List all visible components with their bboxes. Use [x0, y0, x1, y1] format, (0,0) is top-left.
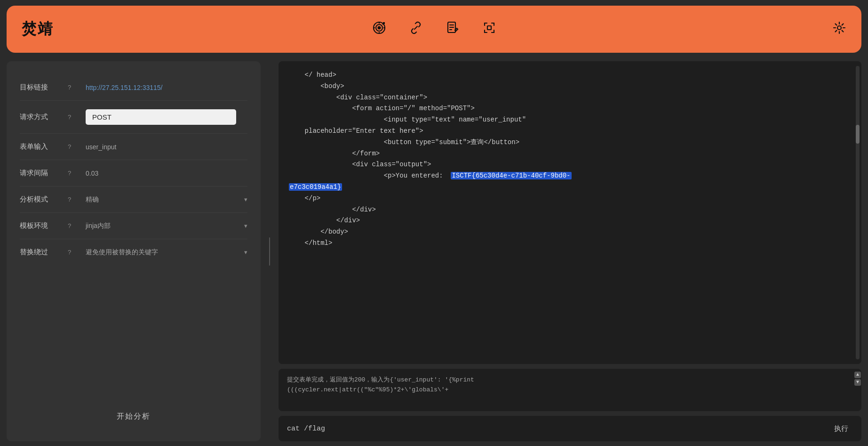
settings-icon[interactable] [832, 21, 846, 38]
bypass-help-icon[interactable]: ? [68, 249, 76, 256]
code-line-6: placeholder="Enter text here"> [289, 126, 851, 137]
code-line-16: </html> [289, 238, 851, 249]
code-line-14: </div> [289, 215, 851, 227]
code-line-13: </div> [289, 204, 851, 216]
target-url-value: http://27.25.151.12:33115/ [86, 84, 247, 91]
template-env-select[interactable]: jinja内部 ▾ [86, 222, 247, 230]
code-line-8: </form> [289, 148, 851, 160]
bypass-label: 替换绕过 [20, 248, 62, 257]
log-line-2: (((cycler.next|attr(("%c"%95)*2+\'global… [287, 385, 853, 395]
request-interval-help-icon[interactable]: ? [68, 170, 76, 177]
template-env-label: 模板环境 [20, 221, 62, 230]
link-icon[interactable] [409, 21, 423, 38]
target-url-row: 目标链接 ? http://27.25.151.12:33115/ [20, 74, 247, 101]
code-line-7: <button type="submit">查询</button> [289, 137, 851, 148]
log-line-1: 提交表单完成，返回值为200，输入为{'user_input': '{%prin… [287, 375, 853, 385]
scan-icon[interactable] [482, 21, 496, 38]
form-input-row: 表单输入 ? user_input [20, 134, 247, 160]
request-interval-label: 请求间隔 [20, 169, 62, 178]
analysis-mode-help-icon[interactable]: ? [68, 196, 76, 203]
app-header: 焚靖 [7, 6, 861, 53]
code-line-2: <body> [289, 81, 851, 92]
code-line-12: </p> [289, 193, 851, 204]
analysis-mode-select[interactable]: 精确 ▾ [86, 195, 247, 204]
form-input-help-icon[interactable]: ? [68, 143, 76, 150]
template-env-value: jinja内部 [86, 222, 111, 230]
nav-icons [372, 21, 496, 38]
flag-highlight-2: e7c3c019a4a1} [289, 183, 342, 191]
request-method-help-icon[interactable]: ? [68, 114, 76, 121]
right-panel: </ head> <body> <div class="container"> … [279, 61, 861, 441]
log-scroll-down[interactable]: ▼ [854, 379, 861, 386]
template-env-chevron: ▾ [244, 222, 247, 229]
svg-point-12 [837, 26, 841, 30]
request-method-input[interactable] [86, 109, 236, 125]
execute-button[interactable]: 执行 [829, 422, 853, 436]
target-icon[interactable] [372, 21, 386, 38]
code-scrollbar-thumb[interactable] [856, 125, 860, 144]
template-env-row: 模板环境 ? jinja内部 ▾ [20, 213, 247, 239]
code-line-10: <p>You entered: ISCTF{65c30d4e-c71b-40cf… [289, 170, 851, 182]
start-analysis-button[interactable]: 开始分析 [20, 405, 247, 428]
form-input-value: user_input [86, 143, 247, 151]
panel-divider [269, 237, 270, 266]
command-input[interactable] [287, 425, 824, 433]
code-line-4: <form action="/" method="POST"> [289, 103, 851, 114]
request-method-label: 请求方式 [20, 113, 62, 122]
analysis-mode-value: 精确 [86, 195, 99, 204]
bypass-select[interactable]: 避免使用被替换的关键字 ▾ [86, 248, 247, 257]
analysis-mode-row: 分析模式 ? 精确 ▾ [20, 187, 247, 213]
target-url-help-icon[interactable]: ? [68, 84, 76, 91]
template-env-help-icon[interactable]: ? [68, 222, 76, 229]
analysis-mode-chevron: ▾ [244, 196, 247, 203]
flag-highlight-1: ISCTF{65c30d4e-c71b-40cf-9bd0- [451, 172, 571, 179]
log-panel: 提交表单完成，返回值为200，输入为{'user_input': '{%prin… [279, 369, 861, 411]
app-title: 焚靖 [22, 19, 54, 40]
analysis-mode-label: 分析模式 [20, 195, 62, 204]
code-line-15: </body> [289, 227, 851, 238]
code-display: </ head> <body> <div class="container"> … [279, 61, 861, 364]
svg-rect-11 [487, 26, 491, 30]
code-line-5: <input type="text" name="user_input" [289, 114, 851, 126]
log-scroll-up[interactable]: ▲ [854, 372, 861, 378]
config-panel: 目标链接 ? http://27.25.151.12:33115/ 请求方式 ?… [7, 61, 261, 441]
code-line-3: <div class="container"> [289, 92, 851, 104]
request-method-row: 请求方式 ? [20, 101, 247, 134]
request-interval-value: 0.03 [86, 170, 247, 177]
code-line-1: </ head> [289, 70, 851, 81]
command-panel: 执行 [279, 416, 861, 441]
target-url-label: 目标链接 [20, 83, 62, 92]
form-input-label: 表单输入 [20, 142, 62, 151]
svg-point-2 [378, 26, 380, 29]
document-edit-icon[interactable] [446, 21, 460, 38]
log-scrollbar: ▲ ▼ [856, 372, 860, 408]
code-line-9: <div class="output"> [289, 159, 851, 170]
code-line-11: e7c3c019a4a1} [289, 182, 851, 193]
bypass-row: 替换绕过 ? 避免使用被替换的关键字 ▾ [20, 239, 247, 265]
main-content: 目标链接 ? http://27.25.151.12:33115/ 请求方式 ?… [7, 61, 861, 441]
bypass-value: 避免使用被替换的关键字 [86, 248, 158, 257]
code-scrollbar[interactable] [856, 66, 860, 359]
bypass-chevron: ▾ [244, 249, 247, 256]
request-interval-row: 请求间隔 ? 0.03 [20, 160, 247, 187]
